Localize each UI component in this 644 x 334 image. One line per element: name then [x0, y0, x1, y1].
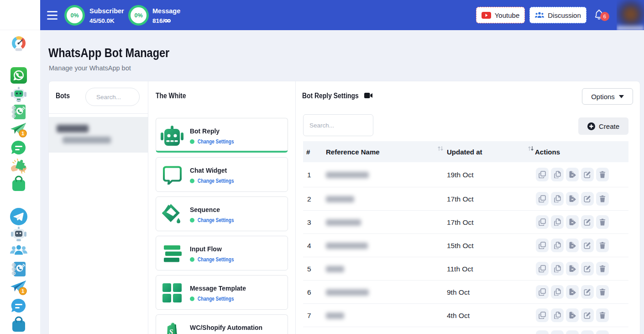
- svg-text:1: 1: [21, 288, 24, 294]
- svg-text:1: 1: [21, 131, 24, 136]
- svg-text:S: S: [169, 328, 173, 334]
